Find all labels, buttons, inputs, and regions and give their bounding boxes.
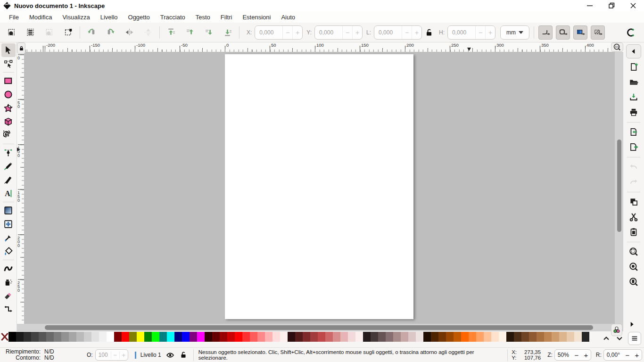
menu-item[interactable]: Oggetto xyxy=(123,13,155,22)
palette-swatch[interactable] xyxy=(46,332,54,342)
zoom-page-button[interactable] xyxy=(626,275,641,288)
selector-tool[interactable] xyxy=(1,43,16,57)
palette-swatch[interactable] xyxy=(438,332,446,342)
palette-swatch[interactable] xyxy=(303,332,310,342)
horizontal-scrollbar-thumb[interactable] xyxy=(45,325,593,330)
palette-swatch[interactable] xyxy=(401,332,408,342)
zoom-value[interactable]: 50% xyxy=(555,352,572,358)
vertical-scrollbar[interactable] xyxy=(615,52,623,324)
width-field-value[interactable]: 0,000 xyxy=(374,29,402,36)
menu-item[interactable]: Testo xyxy=(190,13,215,22)
palette-swatch[interactable] xyxy=(574,332,582,342)
width-field[interactable]: 0,000 −+ xyxy=(374,25,422,40)
x-field[interactable]: 0,000 −+ xyxy=(255,25,303,40)
rectangle-tool[interactable] xyxy=(1,74,16,88)
palette-swatch[interactable] xyxy=(39,332,46,342)
palette-swatch[interactable] xyxy=(182,332,190,342)
menu-item[interactable]: Filtri xyxy=(215,13,238,22)
vertical-ruler[interactable]: 050100150200250 xyxy=(17,52,24,324)
palette-swatch[interactable] xyxy=(227,332,235,342)
palette-swatch[interactable] xyxy=(114,332,122,342)
palette-swatch[interactable] xyxy=(514,332,521,342)
new-document-button[interactable] xyxy=(626,60,641,74)
palette-swatch[interactable] xyxy=(371,332,378,342)
zoom-increment[interactable]: + xyxy=(581,351,591,359)
lower-to-bottom-button[interactable] xyxy=(221,25,235,40)
expand-snap-bar-button[interactable] xyxy=(626,319,637,329)
save-document-button[interactable] xyxy=(626,90,641,104)
palette-swatch[interactable] xyxy=(24,332,31,342)
palette-swatch[interactable] xyxy=(295,332,303,342)
palette-swatch[interactable] xyxy=(220,332,227,342)
palette-swatch[interactable] xyxy=(76,332,84,342)
node-tool[interactable] xyxy=(1,57,16,71)
cut-button[interactable] xyxy=(626,210,641,223)
paste-button[interactable] xyxy=(626,225,641,239)
palette-swatch[interactable] xyxy=(69,332,76,342)
height-decrement[interactable]: − xyxy=(475,26,485,39)
raise-button[interactable] xyxy=(183,25,197,40)
pencil-tool[interactable] xyxy=(1,159,16,173)
palette-swatch[interactable] xyxy=(31,332,39,342)
height-field[interactable]: 0,000 −+ xyxy=(447,25,495,40)
horizontal-scrollbar[interactable] xyxy=(17,324,623,331)
palette-swatch[interactable] xyxy=(197,332,205,342)
palette-swatch[interactable] xyxy=(461,332,469,342)
palette-swatch[interactable] xyxy=(167,332,174,342)
palette-swatch[interactable] xyxy=(484,332,491,342)
palette-swatch[interactable] xyxy=(54,332,61,342)
palette-swatch[interactable] xyxy=(416,332,423,342)
rotate-cw-button[interactable] xyxy=(103,25,117,40)
palette-swatch[interactable] xyxy=(325,332,333,342)
zoom-drawing-button[interactable] xyxy=(626,260,641,273)
deselect-button[interactable] xyxy=(42,25,57,40)
flip-horizontal-button[interactable] xyxy=(122,25,136,40)
palette-swatch[interactable] xyxy=(257,332,265,342)
palette-swatch[interactable] xyxy=(408,332,416,342)
menu-item[interactable]: File xyxy=(4,13,24,22)
palette-swatch[interactable] xyxy=(318,332,325,342)
scale-stroke-toggle[interactable] xyxy=(538,25,553,40)
export-button[interactable] xyxy=(626,140,641,154)
redo-button[interactable] xyxy=(626,175,641,189)
scale-corners-toggle[interactable] xyxy=(556,25,570,40)
palette-swatch[interactable] xyxy=(129,332,137,342)
open-document-button[interactable] xyxy=(626,75,641,89)
lock-guides-button[interactable] xyxy=(17,42,25,54)
close-button[interactable] xyxy=(622,0,644,11)
palette-swatch[interactable] xyxy=(288,332,295,342)
menu-item[interactable]: Modifica xyxy=(24,13,57,22)
gradient-tool[interactable] xyxy=(1,204,16,217)
opacity-value[interactable]: 100 xyxy=(96,352,111,358)
palette-swatch[interactable] xyxy=(469,332,476,342)
dropper-tool[interactable] xyxy=(1,231,16,245)
zoom-1-1-button[interactable] xyxy=(611,42,623,52)
rotation-decrement[interactable]: − xyxy=(623,351,632,359)
palette-swatch[interactable] xyxy=(491,332,499,342)
palette-swatch[interactable] xyxy=(393,332,401,342)
palette-swatch[interactable] xyxy=(537,332,544,342)
palette-swatch[interactable] xyxy=(107,332,114,342)
opacity-field[interactable]: 100 −+ xyxy=(95,349,128,361)
menu-item[interactable]: Livello xyxy=(95,13,123,22)
palette-swatch[interactable] xyxy=(190,332,197,342)
palette-swatch[interactable] xyxy=(310,332,318,342)
collapse-commands-button[interactable] xyxy=(626,44,641,58)
rotation-value[interactable]: 0,00° xyxy=(604,352,623,358)
y-decrement[interactable]: − xyxy=(342,26,352,39)
palette-swatch[interactable] xyxy=(333,332,340,342)
palette-swatch[interactable] xyxy=(242,332,250,342)
palette-swatch[interactable] xyxy=(250,332,257,342)
color-management-toggle[interactable] xyxy=(611,324,622,336)
print-button[interactable] xyxy=(626,106,641,119)
rotate-ccw-button[interactable] xyxy=(84,25,99,40)
palette-swatch[interactable] xyxy=(122,332,129,342)
canvas[interactable] xyxy=(24,52,615,324)
zoom-decrement[interactable]: − xyxy=(572,351,581,359)
eraser-tool[interactable] xyxy=(1,289,16,303)
box3d-tool[interactable] xyxy=(1,115,16,129)
palette-swatch[interactable] xyxy=(476,332,484,342)
mesh-tool[interactable] xyxy=(1,217,16,231)
move-gradients-toggle[interactable] xyxy=(573,25,587,40)
stroke-value[interactable]: N/D xyxy=(44,355,69,361)
